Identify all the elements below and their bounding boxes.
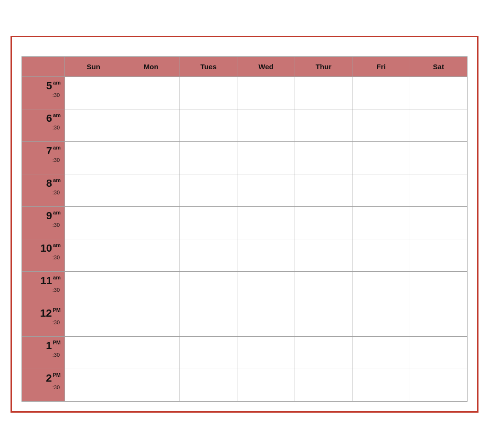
time-row: 12PM:30 xyxy=(22,304,468,336)
half-hour-label: :30 xyxy=(26,190,61,195)
hour-label: 8 xyxy=(46,177,52,189)
schedule-cell[interactable] xyxy=(237,109,295,141)
schedule-cell[interactable] xyxy=(180,109,237,141)
hour-label: 9 xyxy=(46,210,52,222)
schedule-cell[interactable] xyxy=(122,141,180,174)
schedule-cell[interactable] xyxy=(65,304,122,336)
schedule-cell[interactable] xyxy=(122,271,180,304)
schedule-cell[interactable] xyxy=(295,206,352,239)
schedule-cell[interactable] xyxy=(180,336,237,369)
day-header-tues: Tues xyxy=(180,56,237,76)
schedule-cell[interactable] xyxy=(352,271,410,304)
hour-label: 1 xyxy=(46,340,52,352)
half-hour-label: :30 xyxy=(26,384,61,390)
day-header-wed: Wed xyxy=(237,56,295,76)
time-row: 6am:30 xyxy=(22,109,468,141)
time-row: 7am:30 xyxy=(22,141,468,174)
period-label: PM xyxy=(53,307,61,313)
schedule-cell[interactable] xyxy=(352,76,410,109)
schedule-cell[interactable] xyxy=(410,206,467,239)
schedule-cell[interactable] xyxy=(410,239,467,271)
page-wrapper: SunMonTuesWedThurFriSat 5am:306am:307am:… xyxy=(11,36,478,413)
schedule-cell[interactable] xyxy=(352,174,410,206)
time-header xyxy=(22,56,65,76)
schedule-cell[interactable] xyxy=(410,76,467,109)
schedule-cell[interactable] xyxy=(295,174,352,206)
schedule-cell[interactable] xyxy=(122,239,180,271)
period-label: am xyxy=(53,210,61,215)
time-cell: 1PM:30 xyxy=(22,336,65,369)
schedule-cell[interactable] xyxy=(65,109,122,141)
schedule-cell[interactable] xyxy=(352,239,410,271)
schedule-cell[interactable] xyxy=(352,141,410,174)
schedule-cell[interactable] xyxy=(295,271,352,304)
schedule-cell[interactable] xyxy=(352,369,410,401)
schedule-cell[interactable] xyxy=(352,336,410,369)
schedule-cell[interactable] xyxy=(237,304,295,336)
schedule-cell[interactable] xyxy=(410,141,467,174)
schedule-cell[interactable] xyxy=(237,174,295,206)
schedule-cell[interactable] xyxy=(65,206,122,239)
schedule-cell[interactable] xyxy=(180,369,237,401)
schedule-cell[interactable] xyxy=(180,271,237,304)
schedule-cell[interactable] xyxy=(410,304,467,336)
schedule-cell[interactable] xyxy=(122,109,180,141)
schedule-cell[interactable] xyxy=(352,304,410,336)
schedule-cell[interactable] xyxy=(295,109,352,141)
schedule-cell[interactable] xyxy=(122,174,180,206)
time-row: 1PM:30 xyxy=(22,336,468,369)
schedule-cell[interactable] xyxy=(295,239,352,271)
header-row: SunMonTuesWedThurFriSat xyxy=(22,56,468,76)
schedule-cell[interactable] xyxy=(237,271,295,304)
schedule-cell[interactable] xyxy=(237,336,295,369)
schedule-cell[interactable] xyxy=(122,206,180,239)
time-cell: 8am:30 xyxy=(22,174,65,206)
schedule-cell[interactable] xyxy=(295,141,352,174)
schedule-cell[interactable] xyxy=(65,174,122,206)
schedule-cell[interactable] xyxy=(122,76,180,109)
schedule-cell[interactable] xyxy=(352,206,410,239)
day-header-sat: Sat xyxy=(410,56,467,76)
schedule-cell[interactable] xyxy=(122,369,180,401)
schedule-cell[interactable] xyxy=(180,239,237,271)
half-hour-label: :30 xyxy=(26,352,61,358)
time-cell: 2PM:30 xyxy=(22,369,65,401)
schedule-cell[interactable] xyxy=(65,336,122,369)
schedule-cell[interactable] xyxy=(410,271,467,304)
period-label: am xyxy=(53,145,61,150)
schedule-cell[interactable] xyxy=(410,174,467,206)
schedule-cell[interactable] xyxy=(410,336,467,369)
schedule-cell[interactable] xyxy=(65,239,122,271)
hour-label: 12 xyxy=(40,307,52,319)
time-row: 9am:30 xyxy=(22,206,468,239)
schedule-cell[interactable] xyxy=(295,369,352,401)
schedule-cell[interactable] xyxy=(180,76,237,109)
schedule-cell[interactable] xyxy=(122,304,180,336)
schedule-cell[interactable] xyxy=(180,304,237,336)
schedule-cell[interactable] xyxy=(237,369,295,401)
schedule-cell[interactable] xyxy=(237,239,295,271)
schedule-cell[interactable] xyxy=(410,109,467,141)
schedule-cell[interactable] xyxy=(237,76,295,109)
schedule-cell[interactable] xyxy=(122,336,180,369)
period-label: am xyxy=(53,242,61,248)
schedule-cell[interactable] xyxy=(180,206,237,239)
schedule-cell[interactable] xyxy=(410,369,467,401)
half-hour-label: :30 xyxy=(26,255,61,260)
schedule-cell[interactable] xyxy=(295,304,352,336)
schedule-cell[interactable] xyxy=(295,336,352,369)
time-row: 5am:30 xyxy=(22,76,468,109)
schedule-cell[interactable] xyxy=(65,369,122,401)
schedule-table: SunMonTuesWedThurFriSat 5am:306am:307am:… xyxy=(21,56,468,402)
schedule-cell[interactable] xyxy=(65,271,122,304)
schedule-cell[interactable] xyxy=(180,174,237,206)
schedule-cell[interactable] xyxy=(180,141,237,174)
schedule-cell[interactable] xyxy=(65,76,122,109)
schedule-cell[interactable] xyxy=(237,206,295,239)
schedule-cell[interactable] xyxy=(352,109,410,141)
schedule-cell[interactable] xyxy=(65,141,122,174)
schedule-cell[interactable] xyxy=(295,76,352,109)
schedule-cell[interactable] xyxy=(237,141,295,174)
day-header-thur: Thur xyxy=(295,56,352,76)
time-cell: 5am:30 xyxy=(22,76,65,109)
